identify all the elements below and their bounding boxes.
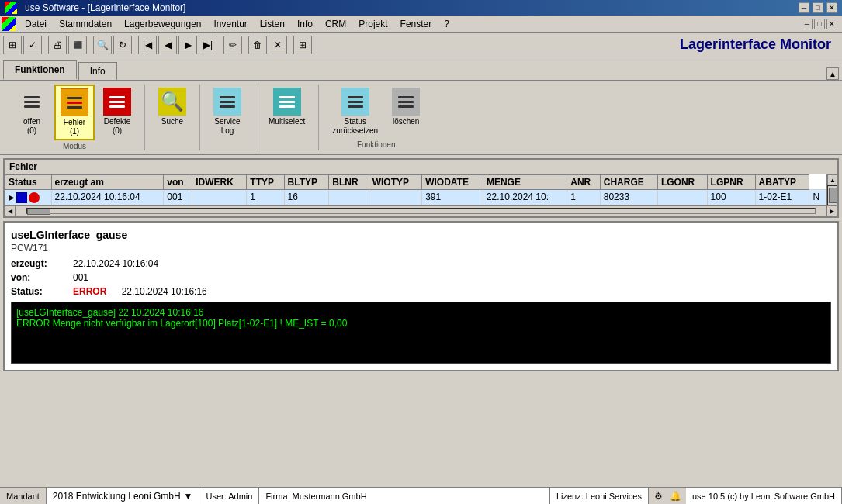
ribbon-btn-loeschen[interactable]: löschen (386, 85, 425, 139)
mandant-dropdown-icon[interactable]: ▼ (184, 491, 193, 502)
log-area[interactable]: [useLGInterface_gause] 22.10.2024 10:16:… (11, 302, 831, 364)
tb-check-icon[interactable]: ✓ (23, 36, 42, 54)
offen-label: offen(0) (23, 117, 40, 136)
cell-erzeugt: 22.10.2024 10:16:04 (51, 190, 164, 205)
menu-listen[interactable]: Listen (254, 17, 291, 31)
cell-lgonr: 100 (707, 190, 755, 205)
status-icon1[interactable]: ⚙ (652, 489, 666, 503)
srline1 (348, 96, 363, 98)
tab-funktionen[interactable]: Funktionen (3, 60, 77, 80)
h-scroll-right[interactable]: ▶ (826, 205, 837, 216)
service-log-icon (213, 88, 241, 116)
ribbon-btn-suche[interactable]: 🔍 Suche (153, 85, 192, 129)
tb-first-icon[interactable]: |◀ (138, 36, 157, 54)
menu-lagerbewegungen[interactable]: Lagerbewegungen (118, 17, 207, 31)
del-lines-icon (395, 93, 417, 111)
fehler-icon (61, 88, 88, 116)
version-value: use 10.5 (c) by Leoni Software GmbH (686, 488, 842, 504)
inner-restore[interactable]: □ (814, 19, 825, 29)
app-title: Lagerinterface Monitor (680, 36, 839, 53)
col-wiotyp: WIOTYP (369, 175, 421, 190)
von-value: 001 (73, 272, 831, 283)
delline2 (398, 101, 414, 103)
cell-ttyp: 1 (247, 190, 284, 205)
table-container: Status erzeugt am von IDWERK TTYP BLTYP … (5, 174, 837, 205)
ribbon-btn-multiselect[interactable]: Multiselect (263, 85, 310, 129)
tb-print2-icon[interactable]: ⬛ (68, 36, 87, 54)
minimize-button[interactable]: ─ (799, 2, 809, 13)
tb-edit-icon[interactable]: ✏ (223, 36, 242, 54)
menu-inventur[interactable]: Inventur (207, 17, 253, 31)
sl-lines-icon (217, 93, 238, 111)
menu-projekt[interactable]: Projekt (352, 17, 393, 31)
col-blnr: BLNR (329, 175, 369, 190)
tb-next-icon[interactable]: ▶ (178, 36, 197, 54)
detail-status-container: ERROR 22.10.2024 10:16:16 (73, 286, 831, 297)
suche-buttons: 🔍 Suche (153, 85, 192, 129)
ribbon-btn-fehler[interactable]: Fehler(1) (54, 85, 95, 140)
tb-last-icon[interactable]: ▶| (199, 36, 217, 54)
msline3 (279, 105, 295, 108)
col-menge: MENGE (483, 175, 567, 190)
tb-delete-icon[interactable]: 🗑 (248, 36, 267, 54)
menu-datei[interactable]: Datei (19, 17, 53, 31)
tb-prev-icon[interactable]: ◀ (158, 36, 177, 54)
tab-collapse-button[interactable]: ▲ (826, 67, 839, 80)
ribbon-btn-defekte[interactable]: Defekte(0) (98, 85, 137, 140)
status-icon2[interactable]: 🔔 (669, 489, 683, 503)
tb-grid2-icon[interactable]: ⊞ (293, 36, 312, 54)
v-scrollbar[interactable]: ▲ ▼ (826, 174, 837, 205)
multiselect-icon (273, 88, 301, 116)
defekte-lines-icon (106, 93, 128, 111)
menu-help[interactable]: ? (438, 17, 456, 31)
cell-blnr (329, 190, 369, 205)
ribbon-panel: offen(0) Fehler(1) (0, 81, 842, 155)
menu-fenster[interactable]: Fenster (394, 17, 438, 31)
inner-close[interactable]: ✕ (826, 19, 837, 29)
close-button[interactable]: ✕ (826, 2, 837, 13)
ribbon-btn-status-reset[interactable]: Statuszurücksetzen (327, 85, 383, 139)
cell-status: ▶ (5, 190, 52, 205)
menu-stammdaten[interactable]: Stammdaten (53, 17, 118, 31)
maximize-button[interactable]: □ (813, 2, 823, 13)
ribbon-btn-offen[interactable]: offen(0) (12, 85, 51, 140)
msline1 (279, 96, 295, 98)
col-bltyp: BLTYP (284, 175, 329, 190)
tb-grid-icon[interactable]: ⊞ (3, 36, 22, 54)
cell-von: 001 (164, 190, 192, 205)
tabs-bar: Funktionen Info ▲ (0, 57, 842, 81)
ribbon-group-funktionen: Statuszurücksetzen löschen Funktionen (319, 85, 433, 150)
table-scroll: Status erzeugt am von IDWERK TTYP BLTYP … (5, 174, 837, 205)
cell-wiotyp (369, 190, 421, 205)
tb-cancel-icon[interactable]: ✕ (269, 36, 287, 54)
main-content: Fehler Status erzeugt am von IDWERK TTYP… (0, 155, 842, 504)
menu-info[interactable]: Info (291, 17, 319, 31)
ribbon-group-servicelog: ServiceLog (200, 85, 255, 150)
tb-search-icon[interactable]: 🔍 (93, 36, 112, 54)
fline3 (67, 106, 82, 109)
v-scroll-up[interactable]: ▲ (827, 174, 837, 185)
cell-abatyp: N (809, 190, 826, 205)
tab-info[interactable]: Info (78, 62, 117, 80)
h-scroll-left[interactable]: ◀ (5, 205, 16, 216)
fehler-lines-icon (64, 94, 85, 112)
ribbon-btn-service-log[interactable]: ServiceLog (208, 85, 247, 139)
tb-refresh-icon[interactable]: ↻ (113, 36, 132, 54)
v-scroll-thumb[interactable] (829, 188, 837, 203)
fline1 (67, 97, 82, 99)
h-scroll-thumb[interactable] (27, 209, 50, 215)
cell-lgpnr: 1-02-E1 (755, 190, 809, 205)
fehler-panel: Fehler Status erzeugt am von IDWERK TTYP… (3, 158, 839, 218)
modus-group-label: Modus (63, 142, 86, 150)
tb-print-icon[interactable]: 🖨 (48, 36, 67, 54)
dline3 (109, 105, 125, 108)
menu-bar: Datei Stammdaten Lagerbewegungen Inventu… (0, 16, 842, 33)
table-row[interactable]: ▶ 22.10.2024 10:16:04 001 1 16 (5, 190, 826, 205)
mandant-value[interactable]: 2018 Entwicklung Leoni GmbH ▼ (47, 488, 200, 504)
status-bar: Mandant 2018 Entwicklung Leoni GmbH ▼ Us… (0, 487, 842, 504)
defekte-label: Defekte(0) (104, 117, 130, 136)
menu-crm[interactable]: CRM (319, 17, 352, 31)
status-red-circle (29, 192, 40, 203)
inner-minimize[interactable]: ─ (802, 19, 813, 29)
header-row: Status erzeugt am von IDWERK TTYP BLTYP … (5, 175, 826, 190)
